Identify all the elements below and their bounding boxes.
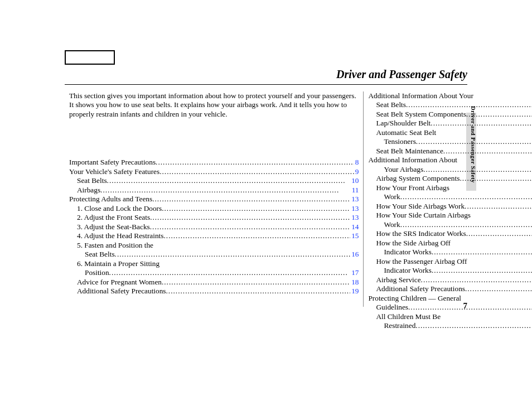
toc-entry: Additional Safety Precautions19 — [69, 287, 359, 296]
toc-leader-dots — [465, 202, 532, 211]
toc-page-link[interactable]: 11 — [351, 186, 359, 195]
toc-page-link[interactable]: 13 — [350, 204, 359, 213]
toc-entry: All Children Must Be — [368, 312, 532, 321]
toc-entry: Tensioners21 — [368, 137, 532, 146]
toc-entry: Lap/Shoulder Belt21 — [368, 119, 532, 128]
toc-entry: Work26 — [368, 192, 532, 201]
toc-entry: Airbag Service33 — [368, 276, 532, 284]
toc-leader-dots — [100, 186, 351, 195]
toc-entry-label: Airbags — [77, 186, 100, 195]
toc-page-link[interactable]: 8 — [354, 158, 359, 167]
toc-leader-dots — [432, 266, 532, 275]
toc-entry-label: Work — [384, 220, 400, 229]
toc-entry-label: 5. Fasten and Position the — [77, 241, 153, 250]
toc-entry-label: 6. Maintain a Proper Sitting — [77, 259, 159, 268]
toc-entry: Your Airbags23 — [368, 165, 532, 174]
toc-leader-dots — [162, 278, 350, 287]
toc-entry: Seat Belt System Components20 — [368, 110, 532, 119]
toc-entry: 5. Fasten and Position the — [69, 241, 359, 250]
toc-page-link[interactable]: 10 — [350, 176, 359, 185]
toc-entry: Indicator Works32 — [368, 266, 532, 275]
toc-entry: How Your Side Airbags Work29 — [368, 202, 532, 211]
toc-entry: Seat Belts20 — [368, 100, 532, 109]
toc-leader-dots — [107, 176, 351, 185]
toc-entry: 6. Maintain a Proper Sitting — [69, 259, 359, 268]
toc-entry-label: Position — [85, 268, 109, 277]
toc-leader-dots — [159, 167, 354, 176]
toc-entry-label: How Your Front Airbags — [376, 183, 449, 192]
toc-entry: Protecting Children — General — [368, 294, 532, 303]
toc-entry-label: Your Vehicle's Safety Features — [69, 167, 159, 176]
toc-entry-label: Lap/Shoulder Belt — [376, 119, 431, 128]
toc-page-link[interactable]: 9 — [354, 167, 359, 176]
toc-entry-label: Seat Belts — [85, 250, 115, 259]
toc-entry-label: Tensioners — [384, 137, 415, 146]
toc-entry-label: Indicator Works — [384, 266, 431, 275]
toc-leader-dots — [406, 100, 532, 109]
toc-leader-dots — [423, 165, 532, 174]
toc-leader-dots — [432, 248, 532, 257]
brand-logo-box — [65, 50, 115, 65]
toc-entry-label: Indicator Works — [384, 248, 431, 257]
toc-page-link[interactable]: 13 — [350, 195, 359, 204]
toc-entry: Position17 — [69, 268, 359, 277]
toc-entry: Airbags11 — [69, 186, 359, 195]
toc-entry: Guidelines35 — [368, 303, 532, 312]
toc-leader-dots — [166, 287, 351, 296]
toc-leader-dots — [150, 223, 350, 231]
toc-leader-dots — [162, 204, 350, 213]
toc-entry-label: Additional Information About Your — [368, 91, 473, 100]
toc-entry: Restrained35 — [368, 321, 532, 330]
toc-entry-label: Protecting Children — General — [368, 294, 461, 303]
toc-column-left: This section gives you important informa… — [65, 91, 363, 307]
toc-leader-dots — [163, 231, 350, 240]
toc-leader-dots — [460, 174, 532, 183]
toc-entry: Additional Safety Precautions34 — [368, 284, 532, 293]
toc-entry: 2. Adjust the Front Seats13 — [69, 213, 359, 222]
toc-entry: How Your Front Airbags — [368, 183, 532, 192]
toc-entry-label: Automatic Seat Belt — [376, 128, 436, 137]
toc-entry: Important Safety Precautions8 — [69, 158, 359, 167]
toc-page-link[interactable]: 18 — [350, 278, 359, 287]
toc-leader-dots — [415, 321, 532, 330]
toc-entry-label: Guidelines — [376, 303, 408, 312]
toc-leader-dots — [150, 213, 350, 222]
toc-leader-dots — [408, 303, 532, 312]
toc-entry: How the Side Airbag Off — [368, 239, 532, 248]
toc-page-link[interactable]: 15 — [350, 231, 359, 240]
toc-page-link[interactable]: 19 — [350, 287, 359, 296]
toc-entry: Airbag System Components23 — [368, 174, 532, 183]
page-number: 7 — [463, 301, 468, 311]
page-title: Driver and Passenger Safety — [65, 68, 467, 85]
toc-entry-label: Seat Belts — [376, 100, 406, 109]
toc-page-link[interactable]: 16 — [350, 250, 359, 259]
toc-page-link[interactable]: 13 — [350, 213, 359, 222]
toc-entry-label: Seat Belt Maintenance — [376, 147, 443, 156]
toc-entry-label: Seat Belt System Components — [376, 110, 466, 119]
toc-entry-label: Additional Safety Precautions — [77, 287, 166, 296]
toc-entry: Automatic Seat Belt — [368, 128, 532, 137]
toc-entry-label: Restrained — [384, 321, 415, 330]
toc-entry-label: Advice for Pregnant Women — [77, 278, 162, 287]
toc-entry-label: How the Passenger Airbag Off — [376, 257, 467, 266]
toc-entry-label: Airbag System Components — [376, 174, 460, 183]
toc-entry: Seat Belt Maintenance22 — [368, 147, 532, 156]
toc-entry-label: How Your Side Airbags Work — [376, 202, 465, 211]
toc-leader-dots — [109, 268, 351, 277]
toc-entry-label: Important Safety Precautions — [69, 158, 156, 167]
toc-entry-label: 1. Close and Lock the Doors — [77, 204, 162, 213]
toc-leader-dots — [466, 229, 532, 238]
intro-paragraph: This section gives you important informa… — [69, 91, 359, 119]
toc-entry-label: Work — [384, 192, 400, 201]
toc-leader-dots — [465, 284, 532, 293]
toc-leader-dots — [115, 250, 351, 259]
toc-page-link[interactable]: 17 — [350, 268, 359, 277]
toc-entry: Protecting Adults and Teens13 — [69, 195, 359, 204]
toc-entry: Additional Information About — [368, 156, 532, 165]
toc-entry: Additional Information About Your — [368, 91, 532, 100]
toc-page-link[interactable]: 14 — [350, 223, 359, 231]
toc-entry-label: 2. Adjust the Front Seats — [77, 213, 150, 222]
toc-entry: Seat Belts16 — [69, 250, 359, 259]
toc-leader-dots — [156, 158, 354, 167]
toc-entry: How the Passenger Airbag Off — [368, 257, 532, 266]
